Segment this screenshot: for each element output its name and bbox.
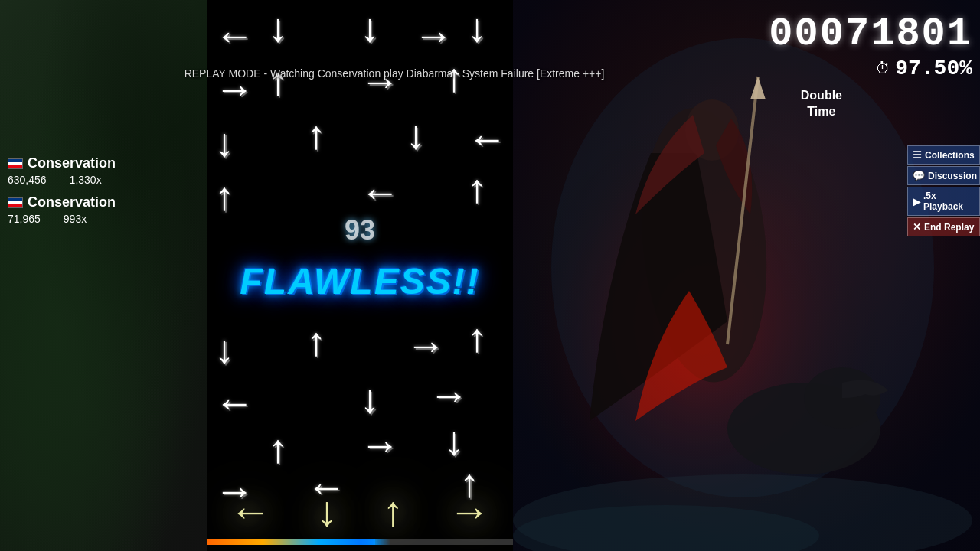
arrow-right-5: → <box>429 375 469 415</box>
player2-score: 71,965 <box>8 213 41 225</box>
left-bg <box>0 0 207 551</box>
arrow-down-8: ↓ <box>444 421 464 461</box>
arrow-right-4: → <box>406 325 446 365</box>
arrow-left-2: ← <box>467 119 507 158</box>
arrow-up-7: ↑ <box>467 318 487 357</box>
progress-bar-fill <box>207 539 375 545</box>
player2-combo: 993x <box>64 213 87 225</box>
arrow-up-4: ↑ <box>214 176 234 216</box>
glow-arrow-down: ↓ <box>316 487 338 536</box>
arrow-up-3: ↑ <box>306 115 326 155</box>
arrow-down-4: ↓ <box>214 122 234 162</box>
playback-button[interactable]: ▶ .5x Playback <box>907 187 980 216</box>
collections-button[interactable]: ☰ Collections <box>907 145 980 165</box>
arrow-down-3: ↓ <box>467 8 487 47</box>
mod-name-line1: Double <box>801 88 842 104</box>
end-replay-label: End Replay <box>924 222 974 233</box>
player2-stats: 71,965 993x <box>8 213 199 225</box>
arrow-left-1: ← <box>214 15 254 55</box>
player1-name-row: Conservation <box>8 155 199 171</box>
left-panel: Conservation 630,456 1,330x Conservation… <box>0 0 207 551</box>
right-panel: 00071801 ⏱ 97.50% Double Time ☰ Collecti… <box>513 0 980 551</box>
side-buttons: ☰ Collections 💬 Discussion ▶ .5x Playbac… <box>907 145 980 236</box>
glow-arrow-up: ↑ <box>382 487 403 536</box>
arrow-down-5: ↓ <box>406 115 426 155</box>
playback-icon: ▶ <box>913 196 920 207</box>
bottom-notes: ← ↓ ↑ → <box>207 487 513 536</box>
player2-flag <box>8 197 23 208</box>
progress-bar-highlight <box>360 539 390 545</box>
arrow-left-3: ← <box>360 172 400 212</box>
player1-flag <box>8 158 23 169</box>
player1-combo: 1,330x <box>70 174 102 186</box>
arrow-left-4: ← <box>214 383 254 422</box>
arrow-up-5: ↑ <box>467 168 487 208</box>
timer-icon: ⏱ <box>875 60 890 77</box>
mod-name-line2: Time <box>801 104 842 120</box>
arrow-field: ← ↓ ↓ → ↓ → ↑ → ↑ ↓ ↑ ↓ ← ↑ ← ↑ 93 FLAWL… <box>207 0 513 551</box>
accuracy-text: 97.50% <box>895 57 972 80</box>
discussion-label: Discussion <box>928 171 977 181</box>
player1-stats: 630,456 1,330x <box>8 174 199 186</box>
end-replay-icon: ✕ <box>913 221 921 233</box>
discussion-button[interactable]: 💬 Discussion <box>907 166 980 185</box>
player1-score: 630,456 <box>8 174 47 186</box>
glow-arrow-left: ← <box>229 487 271 536</box>
player1-section: Conservation 630,456 1,330x <box>0 149 207 192</box>
player2-name[interactable]: Conservation <box>28 194 116 210</box>
arrow-down-6: ↓ <box>214 329 234 369</box>
score-display: 00071801 ⏱ 97.50% <box>769 11 972 80</box>
player2-name-row: Conservation <box>8 194 199 210</box>
player1-name[interactable]: Conservation <box>28 155 116 171</box>
arrow-down-2: ↓ <box>360 8 380 47</box>
progress-bar-container <box>207 539 513 545</box>
collections-label: Collections <box>925 150 975 161</box>
flawless-text: FLAWLESS!! <box>240 260 479 302</box>
end-replay-button[interactable]: ✕ End Replay <box>907 217 980 236</box>
arrow-up-8: ↑ <box>268 429 288 468</box>
game-area: ← ↓ ↓ → ↓ → ↑ → ↑ ↓ ↑ ↓ ← ↑ ← ↑ 93 FLAWL… <box>207 0 513 551</box>
arrow-up-6: ↑ <box>306 321 326 361</box>
score-counter: 93 <box>345 214 375 246</box>
player2-section: Conservation 71,965 993x <box>0 191 207 228</box>
mod-display: Double Time <box>801 88 842 120</box>
arrow-right-6: → <box>360 425 400 465</box>
arrow-down-7: ↓ <box>360 379 380 419</box>
playback-label: .5x Playback <box>923 191 975 212</box>
replay-mode-banner: REPLAY MODE - Watching Conservation play… <box>134 67 655 80</box>
glow-arrow-right: → <box>449 487 491 536</box>
warrior-art <box>513 0 980 551</box>
arrow-right-1: → <box>413 15 453 55</box>
score-timer: ⏱ 97.50% <box>769 57 972 80</box>
collections-icon: ☰ <box>913 149 922 161</box>
arrow-down-1: ↓ <box>268 8 288 47</box>
score-number: 00071801 <box>769 11 972 57</box>
discussion-icon: 💬 <box>913 170 925 181</box>
